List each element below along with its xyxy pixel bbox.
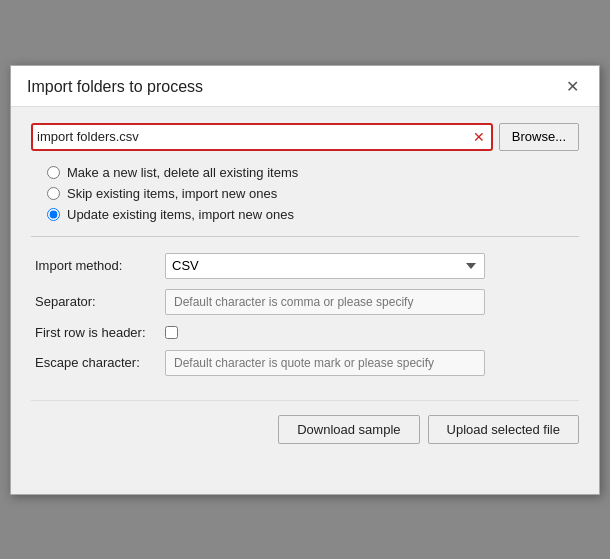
first-row-control (165, 326, 575, 339)
form-section: Import method: CSV TSV Excel Separator: (31, 253, 579, 376)
separator-input[interactable] (165, 289, 485, 315)
import-method-select[interactable]: CSV TSV Excel (165, 253, 485, 279)
radio-option-new[interactable]: Make a new list, delete all existing ite… (47, 165, 579, 180)
radio-option-update[interactable]: Update existing items, import new ones (47, 207, 579, 222)
import-dialog: Import folders to process ✕ ✕ Browse... … (10, 65, 600, 495)
escape-control (165, 350, 575, 376)
radio-new[interactable] (47, 166, 60, 179)
close-button[interactable]: ✕ (562, 79, 583, 95)
import-method-label: Import method: (35, 258, 165, 273)
file-input-row: ✕ Browse... (31, 123, 579, 151)
dialog-title: Import folders to process (27, 78, 203, 96)
radio-option-skip[interactable]: Skip existing items, import new ones (47, 186, 579, 201)
upload-selected-button[interactable]: Upload selected file (428, 415, 579, 444)
first-row-label: First row is header: (35, 325, 165, 340)
radio-group: Make a new list, delete all existing ite… (47, 165, 579, 222)
file-input-wrapper: ✕ (31, 123, 493, 151)
separator-control (165, 289, 575, 315)
download-sample-button[interactable]: Download sample (278, 415, 419, 444)
separator-row: Separator: (35, 289, 575, 315)
browse-button[interactable]: Browse... (499, 123, 579, 151)
escape-input[interactable] (165, 350, 485, 376)
import-method-control: CSV TSV Excel (165, 253, 575, 279)
first-row-header-row: First row is header: (35, 325, 575, 340)
escape-char-row: Escape character: (35, 350, 575, 376)
file-path-input[interactable] (37, 129, 471, 144)
radio-skip[interactable] (47, 187, 60, 200)
escape-label: Escape character: (35, 355, 165, 370)
dialog-titlebar: Import folders to process ✕ (11, 66, 599, 107)
separator-label: Separator: (35, 294, 165, 309)
radio-update-label: Update existing items, import new ones (67, 207, 294, 222)
button-row: Download sample Upload selected file (31, 400, 579, 444)
radio-update[interactable] (47, 208, 60, 221)
clear-file-button[interactable]: ✕ (471, 130, 487, 144)
radio-skip-label: Skip existing items, import new ones (67, 186, 277, 201)
dialog-body: ✕ Browse... Make a new list, delete all … (11, 107, 599, 464)
divider (31, 236, 579, 237)
import-method-row: Import method: CSV TSV Excel (35, 253, 575, 279)
radio-new-label: Make a new list, delete all existing ite… (67, 165, 298, 180)
first-row-checkbox[interactable] (165, 326, 178, 339)
